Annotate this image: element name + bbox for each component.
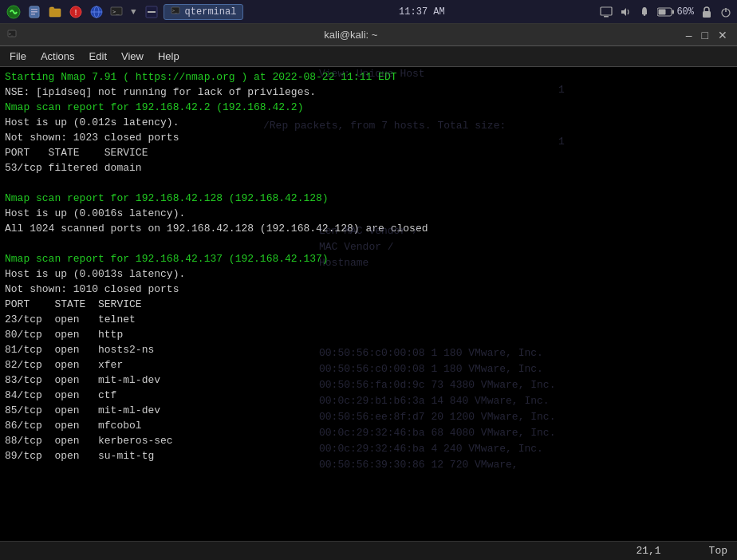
terminal-dropdown-arrow[interactable]: ▼ [131,7,136,17]
speaker-icon [619,6,632,18]
terminal-small-icon: >_ [6,29,19,41]
terminal-line: 85/tcp open mit-ml-dev [5,404,732,419]
svg-rect-17 [604,16,609,18]
terminal-line: Nmap scan report for 192.168.42.2 (192.1… [5,101,732,116]
svg-rect-20 [659,9,666,14]
svg-rect-19 [672,10,675,14]
terminal-line [5,176,732,191]
globe-icon[interactable] [88,3,105,21]
taskbar-right: 60% [600,6,732,18]
snake-icon[interactable] [5,3,22,21]
terminal-line: 53/tcp filtered domain [5,161,732,176]
qterminal-taskbar-button[interactable]: >_ qterminal [164,4,244,20]
terminal-line: Host is up (0.0016s latency). [5,207,732,222]
svg-rect-3 [31,11,37,13]
terminal-line: 89/tcp open su-mit-tg [5,449,732,464]
terminal-line: Host is up (0.012s latency). [5,116,732,131]
svg-text:!: ! [73,9,78,18]
minimize-terminal-icon[interactable] [143,3,160,21]
svg-rect-21 [703,11,711,18]
terminal-line [5,237,732,252]
terminal-line: All 1024 scanned ports on 192.168.42.128… [5,222,732,237]
terminal-line: Not shown: 1023 closed ports [5,131,732,146]
terminal-line: 83/tcp open mit-ml-dev [5,373,732,388]
svg-text:>_: >_ [172,8,178,14]
scroll-position: Top [709,545,727,557]
terminal-line: 84/tcp open ctf [5,388,732,404]
terminal-line: 86/tcp open mfcobol [5,419,732,434]
menu-actions[interactable]: Actions [34,49,81,64]
terminal-line: PORT STATE SERVICE [5,146,732,161]
terminal-title: kali@kali: ~ [324,29,377,41]
terminal-line: Starting Nmap 7.91 ( https://nmap.org ) … [5,70,732,85]
files-icon[interactable] [26,3,43,21]
menu-view[interactable]: View [115,49,150,64]
minimize-button[interactable]: – [683,29,696,41]
svg-rect-13 [148,11,156,13]
terminal-window: >_ kali@kali: ~ – □ ✕ File Actions Edit … [0,24,737,560]
taskbar-left: ! >_ ▼ [5,3,243,21]
terminal-line: Nmap scan report for 192.168.42.128 (192… [5,191,732,207]
lock-icon [700,6,713,18]
battery-indicator: 60% [657,6,694,18]
battery-percent: 60% [676,6,694,18]
terminal-output: Starting Nmap 7.91 ( https://nmap.org ) … [5,70,732,464]
cursor-position: 21,1 [636,545,660,557]
folder-icon[interactable] [46,3,64,21]
terminal-line: Nmap scan report for 192.168.42.137 (192… [5,252,732,267]
maximize-button[interactable]: □ [699,29,711,41]
qterminal-label: qterminal [185,6,237,18]
power-icon [719,6,732,18]
terminal-line: 82/tcp open xfer [5,358,732,373]
menu-edit[interactable]: Edit [83,49,113,64]
red-icon[interactable]: ! [67,3,85,21]
battery-icon [657,7,675,17]
terminal-line: 23/tcp open telnet [5,313,732,328]
bell-icon [638,6,651,18]
taskbar: ! >_ ▼ [0,0,737,24]
terminal-line: Not shown: 1010 closed ports [5,282,732,298]
menu-bar: File Actions Edit View Help [0,46,737,67]
title-bar: >_ kali@kali: ~ – □ ✕ [0,24,737,46]
taskbar-clock: 11:37 AM [399,6,445,18]
terminal-line: NSE: [ipidseq] not running for lack of p… [5,85,732,101]
svg-rect-16 [601,7,612,15]
monitor-icon [600,6,613,18]
terminal-line: 80/tcp open http [5,328,732,343]
svg-rect-2 [31,9,37,10]
close-button[interactable]: ✕ [715,29,731,41]
svg-text:>_: >_ [112,9,120,15]
terminal-content[interactable]: View: Unique Host1/Rep packets, from 7 h… [0,67,737,541]
status-bar: 21,1 Top [0,541,737,560]
svg-rect-4 [31,14,35,15]
terminal-line: PORT STATE SERVICE [5,298,732,313]
terminal-line: 81/tcp open hosts2-ns [5,343,732,358]
terminal-icon[interactable]: >_ [108,3,126,21]
menu-file[interactable]: File [3,49,33,64]
title-bar-controls: – □ ✕ [683,29,731,41]
terminal-line: 88/tcp open kerberos-sec [5,434,732,449]
terminal-line: Host is up (0.0013s latency). [5,267,732,282]
menu-help[interactable]: Help [152,49,186,64]
